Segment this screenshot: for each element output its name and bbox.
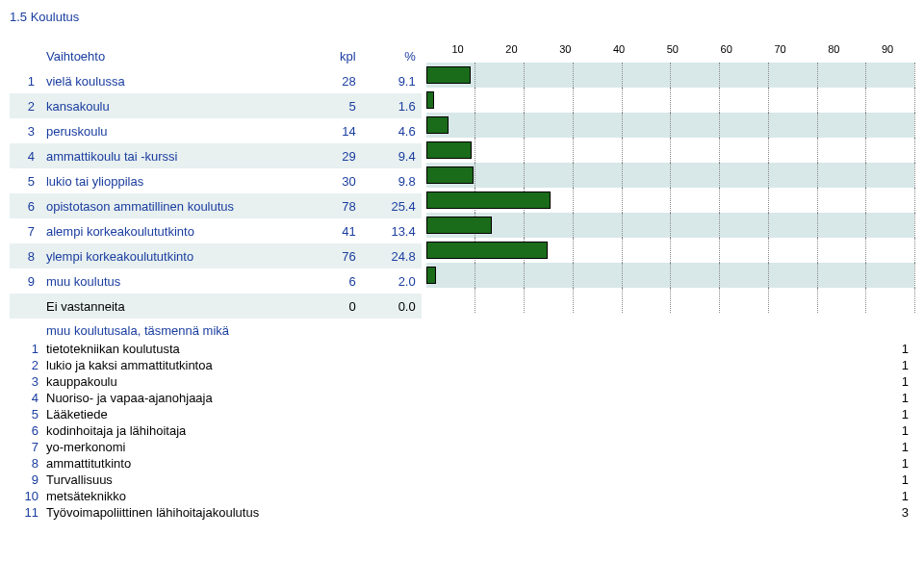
grid-line xyxy=(914,263,915,288)
table-row: 2kansakoulu51.6 xyxy=(10,93,422,118)
axis-tick: 90 xyxy=(860,43,914,63)
row-index: 6 xyxy=(10,193,40,218)
grid-line xyxy=(622,213,623,238)
col-percent: % xyxy=(362,43,422,68)
grid-line xyxy=(817,188,818,213)
grid-line xyxy=(670,263,671,288)
grid-line xyxy=(914,63,915,88)
table-row: Ei vastanneita00.0 xyxy=(10,294,422,319)
grid-line xyxy=(768,163,769,188)
grid-line xyxy=(914,238,915,263)
bar-row xyxy=(426,113,914,138)
row-index: 1 xyxy=(10,68,40,93)
table-row: 6opistotason ammatillinen koulutus7825.4 xyxy=(10,193,422,218)
table-row: 5lukio tai ylioppilas309.8 xyxy=(10,168,422,193)
row-count: 28 xyxy=(302,68,362,93)
bar-row xyxy=(426,88,914,113)
list-item: 2lukio ja kaksi ammattitutkintoa1 xyxy=(10,357,914,373)
list-item-text: Lääketiede xyxy=(46,407,880,421)
grid-line xyxy=(768,138,769,163)
bar xyxy=(426,116,449,134)
grid-line xyxy=(622,188,623,213)
list-item-index: 2 xyxy=(10,358,46,372)
grid-line xyxy=(622,263,623,288)
col-option: Vaihtoehto xyxy=(40,43,302,68)
row-index: 3 xyxy=(10,118,40,143)
grid-line xyxy=(768,263,769,288)
grid-line xyxy=(524,113,525,138)
row-percent: 0.0 xyxy=(362,294,422,319)
grid-line xyxy=(914,188,915,213)
grid-line xyxy=(524,213,525,238)
grid-line xyxy=(865,113,866,138)
grid-line xyxy=(817,288,818,313)
row-index xyxy=(10,294,40,319)
grid-line xyxy=(670,188,671,213)
bar xyxy=(426,166,475,184)
grid-line xyxy=(817,113,818,138)
list-item-text: tietotekniikan koulutusta xyxy=(46,342,880,356)
grid-line xyxy=(524,88,525,113)
list-item-text: metsäteknikko xyxy=(46,489,880,503)
bar-row xyxy=(426,288,914,313)
bar xyxy=(426,267,436,284)
grid-line xyxy=(524,288,525,313)
grid-line xyxy=(768,188,769,213)
grid-line xyxy=(719,138,720,163)
row-label: opistotason ammatillinen koulutus xyxy=(40,193,302,218)
bar xyxy=(426,242,548,259)
bar-row xyxy=(426,188,914,213)
row-label: ammattikoulu tai -kurssi xyxy=(40,143,302,168)
grid-line xyxy=(768,213,769,238)
axis-tick: 60 xyxy=(700,43,754,63)
axis-tick: 80 xyxy=(807,43,860,63)
table-row: 7alempi korkeakoulututkinto4113.4 xyxy=(10,218,422,243)
list-item-index: 4 xyxy=(10,391,46,405)
grid-line xyxy=(475,63,475,88)
axis-tick: 30 xyxy=(538,43,592,63)
list-item: 10metsäteknikko1 xyxy=(10,488,914,504)
list-item-value: 1 xyxy=(880,489,914,503)
list-item-text: Nuoriso- ja vapaa-ajanohjaaja xyxy=(46,391,880,405)
row-label: alempi korkeakoulututkinto xyxy=(40,218,302,243)
grid-line xyxy=(475,138,475,163)
row-label: lukio tai ylioppilas xyxy=(40,168,302,193)
list-item-index: 11 xyxy=(10,505,46,520)
grid-line xyxy=(719,88,720,113)
list-item-index: 1 xyxy=(10,342,46,356)
grid-line xyxy=(719,288,720,313)
grid-line xyxy=(817,63,818,88)
grid-line xyxy=(622,113,623,138)
grid-line xyxy=(524,63,525,88)
secondary-list: muu koulutusala, täsmennä mikä 1tietotek… xyxy=(10,320,914,521)
grid-line xyxy=(670,113,671,138)
list-item-text: Turvallisuus xyxy=(46,472,880,487)
grid-line xyxy=(719,263,720,288)
list-item-value: 1 xyxy=(880,407,914,421)
row-percent: 1.6 xyxy=(362,93,422,118)
list-item-index: 8 xyxy=(10,456,46,471)
list-item: 6kodinhoitaja ja lähihoitaja1 xyxy=(10,422,914,439)
list-item-index: 9 xyxy=(10,472,46,487)
grid-line xyxy=(475,88,475,113)
grid-line xyxy=(670,238,671,263)
list-item: 8ammattitutkinto1 xyxy=(10,455,914,472)
grid-line xyxy=(524,138,525,163)
grid-line xyxy=(768,63,769,88)
grid-line xyxy=(817,163,818,188)
row-index: 9 xyxy=(10,268,40,294)
list-item-index: 10 xyxy=(10,489,46,503)
bar xyxy=(426,141,473,159)
row-count: 6 xyxy=(302,268,362,294)
list-item: 4Nuoriso- ja vapaa-ajanohjaaja1 xyxy=(10,390,914,406)
grid-line xyxy=(817,213,818,238)
bar xyxy=(426,217,492,234)
list-item: 7yo-merkonomi1 xyxy=(10,439,914,455)
data-table-wrap: Vaihtoehto kpl % 1vielä koulussa289.12ka… xyxy=(10,43,422,319)
row-count: 41 xyxy=(302,218,362,243)
grid-line xyxy=(622,88,623,113)
grid-line xyxy=(768,288,769,313)
row-index: 4 xyxy=(10,143,40,168)
list-item-value: 1 xyxy=(880,472,914,487)
grid-line xyxy=(817,88,818,113)
